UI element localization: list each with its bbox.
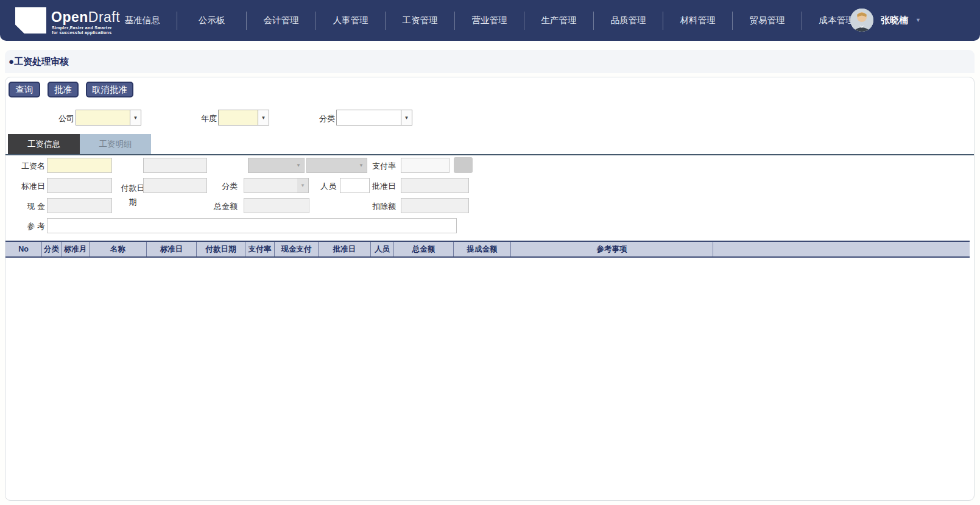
results-table-body: [5, 259, 970, 496]
year-combobox: ▼: [218, 110, 269, 125]
category-combobox: ▼: [336, 110, 412, 125]
nav-item-accounting[interactable]: 会计管理: [247, 15, 316, 26]
category-input[interactable]: [336, 110, 401, 125]
company-label: 公司: [51, 113, 74, 124]
tab-underline: [5, 154, 974, 155]
payment-date-input: [143, 178, 207, 193]
personnel-input[interactable]: [340, 178, 370, 193]
nav-item-payroll[interactable]: 工资管理: [386, 15, 454, 26]
deduction-input: [401, 198, 469, 213]
avatar-photo-icon: [850, 9, 873, 32]
nav-item-bulletin-board[interactable]: 公示板: [177, 15, 246, 26]
pay-rate-label: 支付率: [367, 161, 396, 172]
nav-item-trade[interactable]: 贸易管理: [733, 15, 802, 26]
results-table-header: No 分类 标准月 名称 标准日 付款日期 支付率 现金支付 批准日 人员 总金…: [5, 241, 970, 258]
chevron-down-icon: ▼: [404, 115, 409, 121]
reference-label: 参 考: [16, 221, 45, 232]
table-header-cash-payment[interactable]: 现金支付: [275, 242, 319, 256]
page-title-band: [5, 50, 975, 73]
nav-item-hr[interactable]: 人事管理: [316, 15, 385, 26]
table-header-name[interactable]: 名称: [90, 242, 147, 256]
standard-date-label: 标准日: [16, 181, 45, 192]
nav-item-materials[interactable]: 材料管理: [663, 15, 732, 26]
query-button[interactable]: 查询: [9, 82, 40, 97]
cash-input: [47, 198, 112, 213]
cancel-approve-button[interactable]: 取消批准: [86, 82, 133, 97]
salary-name-label: 工资名: [16, 161, 45, 172]
top-navbar: OpenDraft Simpler,Easier and Smarter for…: [0, 0, 980, 41]
table-header-commission-amount[interactable]: 提成金额: [454, 242, 511, 256]
category-form-select[interactable]: ▼: [244, 178, 309, 193]
nav-item-production[interactable]: 生产管理: [524, 15, 593, 26]
cash-label: 现 金: [16, 201, 45, 212]
approval-date-input: [401, 178, 469, 193]
table-header-total-amount[interactable]: 总金额: [394, 242, 454, 256]
table-header-payment-date[interactable]: 付款日期: [197, 242, 245, 256]
table-header-no[interactable]: No: [5, 242, 42, 256]
approval-date-label: 批准日: [367, 181, 396, 192]
year-label: 年度: [194, 113, 217, 124]
chevron-down-icon: ▼: [297, 178, 308, 192]
nav-item-quality[interactable]: 品质管理: [594, 15, 663, 26]
chevron-down-icon: ▼: [133, 115, 138, 121]
main-menu: 基准信息 公示板 会计管理 人事管理 工资管理 营业管理 生产管理 品质管理 材…: [108, 0, 871, 41]
chevron-down-icon[interactable]: ▼: [915, 17, 921, 23]
salary-name-secondary-input: [143, 158, 207, 173]
table-header-category[interactable]: 分类: [42, 242, 62, 256]
disabled-select-2: ▼: [306, 158, 367, 173]
total-amount-label: 总金额: [208, 201, 238, 212]
chevron-down-icon: ▼: [356, 163, 367, 168]
opendraft-logo-icon[interactable]: [15, 7, 46, 34]
payment-date-label: 付款日期: [119, 181, 146, 209]
year-input[interactable]: [218, 110, 258, 125]
category-dropdown-button[interactable]: ▼: [401, 110, 412, 125]
standard-date-input: [47, 178, 112, 193]
chevron-down-icon: ▼: [293, 163, 304, 168]
approve-button[interactable]: 批准: [48, 82, 79, 97]
company-dropdown-button[interactable]: ▼: [130, 110, 141, 125]
table-header-empty: [713, 242, 970, 256]
company-input[interactable]: [76, 110, 130, 125]
reference-input[interactable]: [47, 218, 457, 233]
table-header-standard-date[interactable]: 标准日: [147, 242, 197, 256]
category-form-label: 分类: [214, 181, 238, 192]
year-dropdown-button[interactable]: ▼: [258, 110, 269, 125]
chevron-down-icon: ▼: [261, 115, 266, 121]
tab-salary-detail[interactable]: 工资明细: [80, 134, 151, 154]
table-header-approval-date[interactable]: 批准日: [319, 242, 371, 256]
table-header-standard-month[interactable]: 标准月: [62, 242, 90, 256]
user-avatar[interactable]: [850, 9, 873, 32]
deduction-label: 扣除额: [367, 201, 396, 212]
user-menu[interactable]: 张晓楠 ▼: [850, 8, 921, 32]
table-header-pay-rate[interactable]: 支付率: [245, 242, 275, 256]
pay-rate-input[interactable]: [401, 158, 449, 173]
brand-bold: Open: [51, 9, 88, 25]
total-amount-input: [244, 198, 309, 213]
disabled-select-1: ▼: [248, 158, 305, 173]
category-filter-label: 分类: [312, 113, 335, 124]
personnel-label: 人员: [313, 181, 336, 192]
salary-name-input[interactable]: [47, 158, 112, 173]
page-title: ●工资处理审核: [9, 56, 69, 68]
user-name[interactable]: 张晓楠: [881, 15, 908, 26]
brand-tagline: Simpler,Easier and Smarter for successfu…: [52, 26, 112, 35]
table-header-personnel[interactable]: 人员: [371, 242, 394, 256]
tab-salary-info[interactable]: 工资信息: [8, 134, 80, 154]
pay-rate-gray-box: [454, 157, 473, 173]
app-window: OpenDraft Simpler,Easier and Smarter for…: [0, 0, 980, 505]
company-combobox: ▼: [76, 110, 141, 125]
nav-item-sales[interactable]: 营业管理: [455, 15, 524, 26]
nav-item-base-info[interactable]: 基准信息: [108, 15, 177, 26]
table-header-reference[interactable]: 参考事项: [511, 242, 713, 256]
